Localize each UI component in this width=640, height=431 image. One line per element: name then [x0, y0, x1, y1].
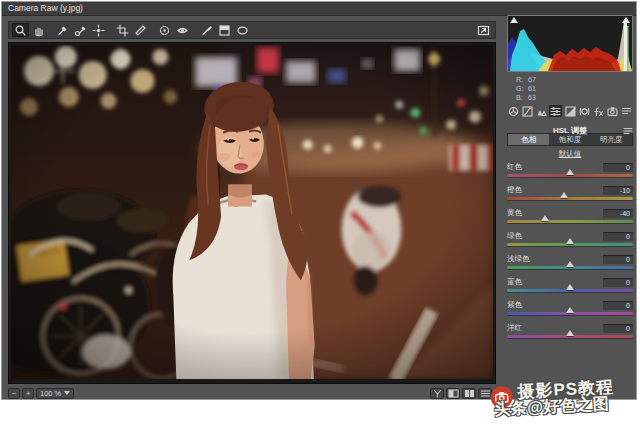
detail-panel-icon[interactable]	[535, 105, 548, 117]
slider-value-field[interactable]: -40	[603, 209, 633, 218]
hand-tool-icon[interactable]	[30, 23, 47, 37]
slider-track[interactable]	[507, 243, 633, 246]
histogram-plot	[508, 16, 632, 71]
zoom-tool-icon[interactable]	[12, 23, 29, 37]
slider-track[interactable]	[507, 266, 633, 269]
zoom-level-select[interactable]: 100 %	[36, 388, 74, 399]
readout-row-red: R: 67	[516, 75, 638, 84]
slider-thumb[interactable]	[566, 261, 574, 267]
tab-hue[interactable]: 色相	[508, 134, 549, 145]
adjustment-brush-tool-icon[interactable]	[198, 23, 215, 37]
window-title: Camera Raw (y.jpg)	[8, 3, 83, 13]
slider-value-field[interactable]: 0	[603, 324, 633, 333]
slider-track[interactable]	[507, 312, 633, 315]
hsl-slider-row: 浅绿色 0	[507, 254, 633, 269]
readout-row-blue: B: 63	[516, 93, 638, 102]
hsl-slider-row: 洋红 0	[507, 323, 633, 338]
zoom-out-button[interactable]: −	[8, 388, 20, 399]
watermark: 摄影PS教程 头条@好色之图	[487, 372, 640, 431]
hsl-slider-row: 黄色 -40	[507, 208, 633, 223]
photo-night-street-portrait	[11, 45, 493, 379]
slider-track[interactable]	[507, 335, 633, 338]
camera-calibration-panel-icon[interactable]	[606, 105, 619, 117]
toggle-fullscreen-icon[interactable]	[475, 23, 492, 37]
presets-panel-icon[interactable]	[620, 105, 633, 117]
red-eye-tool-icon[interactable]	[174, 23, 191, 37]
slider-thumb[interactable]	[566, 238, 574, 244]
slider-label: 绿色	[507, 231, 522, 241]
slider-label: 橙色	[507, 185, 522, 195]
status-bar: − + 100 %	[8, 386, 496, 400]
white-balance-tool-icon[interactable]	[54, 23, 71, 37]
slider-thumb[interactable]	[560, 192, 568, 198]
image-preview-area[interactable]	[8, 42, 496, 384]
tab-saturation[interactable]: 饱和度	[549, 134, 590, 145]
shadow-clipping-icon[interactable]	[510, 17, 518, 23]
effects-panel-icon[interactable]	[592, 105, 605, 117]
split-toning-panel-icon[interactable]	[564, 105, 577, 117]
panel-menu-icon[interactable]	[623, 121, 633, 139]
slider-value-field[interactable]: 0	[603, 232, 633, 241]
zoom-in-button[interactable]: +	[22, 388, 34, 399]
toolbar	[8, 21, 496, 39]
histogram[interactable]	[507, 15, 633, 72]
color-sampler-tool-icon[interactable]	[72, 23, 89, 37]
preview-mode-group	[430, 388, 492, 399]
rgb-readout: R: 67 G: 61 B: 63	[516, 75, 638, 102]
slider-track[interactable]	[507, 197, 633, 200]
camera-raw-dialog: Camera Raw (y.jpg)	[1, 1, 637, 400]
slider-track[interactable]	[507, 220, 633, 223]
slider-label: 紫色	[507, 300, 522, 310]
hsl-slider-row: 蓝色 0	[507, 277, 633, 292]
basic-panel-icon[interactable]	[507, 105, 520, 117]
slider-value-field[interactable]: 0	[603, 163, 633, 172]
swap-before-after-button[interactable]	[462, 388, 476, 399]
tone-curve-panel-icon[interactable]	[521, 105, 534, 117]
lens-corrections-panel-icon[interactable]	[578, 105, 591, 117]
hsl-sliders: 红色 0 橙色 -10 黄色 -40 绿色 0	[507, 162, 633, 338]
slider-thumb[interactable]	[541, 215, 549, 221]
readout-row-green: G: 61	[516, 84, 638, 93]
title-bar: Camera Raw (y.jpg)	[2, 2, 636, 16]
slider-label: 蓝色	[507, 277, 522, 287]
chevron-down-icon	[64, 391, 70, 395]
slider-track[interactable]	[507, 289, 633, 292]
slider-thumb[interactable]	[566, 284, 574, 290]
targeted-adjustment-tool-icon[interactable]	[90, 23, 107, 37]
hsl-slider-row: 绿色 0	[507, 231, 633, 246]
slider-value-field[interactable]: 0	[603, 278, 633, 287]
slider-thumb[interactable]	[566, 330, 574, 336]
spot-removal-tool-icon[interactable]	[156, 23, 173, 37]
hsl-slider-row: 红色 0	[507, 162, 633, 177]
slider-thumb[interactable]	[566, 169, 574, 175]
default-values-link[interactable]: 默认值	[502, 149, 638, 159]
radial-filter-tool-icon[interactable]	[234, 23, 251, 37]
panel-title: HSL 调整	[553, 126, 587, 135]
crop-tool-icon[interactable]	[114, 23, 131, 37]
slider-label: 浅绿色	[507, 254, 530, 264]
adjustments-panel: R: 67 G: 61 B: 63	[502, 15, 638, 401]
slider-label: 红色	[507, 162, 522, 172]
graduated-filter-tool-icon[interactable]	[216, 23, 233, 37]
before-after-split-button[interactable]	[446, 388, 460, 399]
screenshot-root: Camera Raw (y.jpg)	[0, 0, 640, 431]
slider-value-field[interactable]: 0	[603, 255, 633, 264]
preview-cycle-button[interactable]	[430, 388, 444, 399]
panel-tab-strip	[507, 105, 633, 117]
hsl-slider-row: 紫色 0	[507, 300, 633, 315]
hsl-slider-row: 橙色 -10	[507, 185, 633, 200]
slider-value-field[interactable]: 0	[603, 301, 633, 310]
highlight-clipping-icon[interactable]	[622, 17, 630, 23]
slider-label: 黄色	[507, 208, 522, 218]
panel-header: HSL 调整	[507, 119, 633, 131]
slider-value-field[interactable]: -10	[603, 186, 633, 195]
zoom-level-value: 100 %	[40, 389, 61, 398]
slider-label: 洋红	[507, 323, 522, 333]
straighten-tool-icon[interactable]	[132, 23, 149, 37]
slider-track[interactable]	[507, 174, 633, 177]
slider-thumb[interactable]	[566, 307, 574, 313]
hsl-grayscale-panel-icon[interactable]	[549, 105, 562, 117]
